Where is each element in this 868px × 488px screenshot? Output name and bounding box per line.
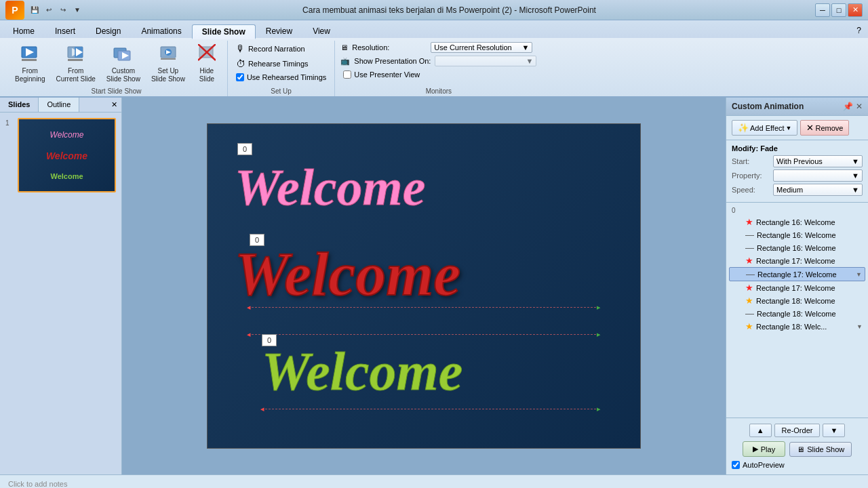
- presenter-view-btn[interactable]: Use Presenter View: [340, 69, 536, 80]
- anim-text-1: Rectangle 16: Welcome: [756, 218, 863, 226]
- slide-canvas[interactable]: 0 0 0 Welcome ◂ ▸ Welcome ◂ ▸ Welcome ◂ …: [207, 123, 641, 449]
- animation-panel-close[interactable]: ✕: [856, 102, 863, 111]
- notes-area[interactable]: Click to add notes: [0, 474, 868, 488]
- animation-panel-pin[interactable]: 📌: [843, 102, 853, 111]
- speed-select[interactable]: Medium ▼: [773, 184, 863, 196]
- motion-arrow-left-3: ◂: [260, 405, 264, 413]
- presenter-view-checkbox[interactable]: [343, 70, 351, 79]
- setup-slideshow-label: Set Up Slide Show: [151, 67, 185, 83]
- use-rehearsed-btn[interactable]: Use Rehearsed Timings: [233, 72, 329, 83]
- add-effect-btn[interactable]: ✨ Add Effect ▼: [732, 120, 797, 136]
- resolution-dropdown-arrow: ▼: [521, 43, 529, 52]
- anim-item-3[interactable]: — Rectangle 16: Welcome: [729, 241, 865, 254]
- anim-item-8[interactable]: — Rectangle 18: Welcome: [729, 307, 865, 320]
- slides-panel-close[interactable]: ✕: [107, 98, 121, 112]
- anim-text-4: Rectangle 17: Welcome: [756, 257, 863, 265]
- rehearse-timings-label: Rehearse Timings: [248, 60, 309, 68]
- tab-insert[interactable]: Insert: [45, 23, 85, 38]
- animation-footer: ▲ Re-Order ▼ ▶ Play 🖥 Slide Show: [726, 418, 868, 474]
- minimize-button[interactable]: ─: [815, 3, 830, 17]
- anim-item-2[interactable]: — Rectangle 16: Welcome: [729, 228, 865, 241]
- undo-quick-btn[interactable]: ↩: [43, 4, 55, 16]
- start-dropdown-arrow: ▼: [852, 157, 859, 165]
- play-icon: ▶: [753, 445, 758, 453]
- hide-slide-btn[interactable]: Hide Slide: [192, 42, 222, 85]
- welcome-text-3: Welcome: [262, 341, 462, 403]
- property-select[interactable]: ▼: [773, 169, 863, 182]
- property-row: Property: ▼: [732, 169, 863, 182]
- tab-outline[interactable]: Outline: [39, 98, 79, 112]
- tab-view[interactable]: View: [302, 23, 340, 38]
- slideshow-btn[interactable]: 🖥 Slide Show: [789, 442, 852, 457]
- record-narration-btn[interactable]: 🎙 Record Narration: [233, 42, 329, 56]
- tab-review[interactable]: Review: [256, 23, 302, 38]
- anim-text-7: Rectangle 18: Welcome: [756, 297, 863, 305]
- monitors-items: 🖥 Resolution: Use Current Resolution ▼ 📺…: [340, 42, 536, 89]
- resolution-value: Use Current Resolution: [434, 43, 511, 52]
- slides-panel-tabs: Slides Outline ✕: [0, 98, 121, 113]
- svg-rect-2: [22, 59, 37, 61]
- rehearse-timings-btn[interactable]: ⏱ Rehearse Timings: [233, 57, 329, 70]
- anim-item-5[interactable]: — Rectangle 17: Welcome ▼: [729, 267, 865, 281]
- slide-preview-text1: Welcome: [50, 130, 84, 140]
- slide-preview-text2: Welcome: [46, 150, 87, 161]
- welcome-text-1: Welcome: [235, 158, 425, 217]
- anim-item-4[interactable]: ★ Rectangle 17: Welcome: [729, 254, 865, 267]
- reorder-down-icon: ▼: [830, 426, 837, 434]
- reorder-up-icon: ▲: [757, 426, 764, 434]
- help-button[interactable]: ?: [852, 23, 865, 38]
- quick-access-toolbar: 💾 ↩ ↪ ▼: [28, 4, 83, 16]
- start-select[interactable]: With Previous ▼: [773, 155, 863, 167]
- anim-item-1[interactable]: ★ Rectangle 16: Welcome: [729, 216, 865, 228]
- play-btn[interactable]: ▶ Play: [743, 441, 785, 457]
- hide-slide-label: Hide Slide: [199, 67, 214, 83]
- maximize-button[interactable]: □: [831, 3, 846, 17]
- close-button[interactable]: ✕: [848, 3, 863, 17]
- tab-animations[interactable]: Animations: [131, 23, 191, 38]
- tab-slides[interactable]: Slides: [0, 98, 39, 112]
- tab-slideshow[interactable]: Slide Show: [192, 24, 256, 39]
- main-area: Slides Outline ✕ 1 Welcome Welcome Welco…: [0, 98, 868, 474]
- reorder-label-btn[interactable]: Re-Order: [774, 424, 821, 437]
- office-logo: P: [5, 1, 24, 20]
- tab-design[interactable]: Design: [85, 23, 131, 38]
- autopreview-checkbox[interactable]: [732, 461, 740, 469]
- from-current-label: From Current Slide: [56, 67, 95, 83]
- remove-effect-btn[interactable]: ✕ Remove: [800, 120, 849, 136]
- resolution-select[interactable]: Use Current Resolution ▼: [431, 42, 532, 53]
- animation-panel-header: Custom Animation 📌 ✕: [726, 98, 868, 116]
- anim-text-9: Rectangle 18: Welc...: [756, 323, 854, 331]
- rehearse-timings-icon: ⏱: [236, 58, 245, 69]
- resolution-label: Resolution:: [352, 43, 427, 52]
- motion-line-3: [262, 409, 599, 410]
- presenter-view-label: Use Presenter View: [354, 70, 420, 79]
- anim-item-9-dropdown[interactable]: ▼: [856, 323, 863, 330]
- motion-arrow-left-2: ◂: [247, 330, 251, 339]
- slide-num-1: 1: [5, 118, 15, 127]
- from-current-btn[interactable]: From Current Slide: [52, 42, 99, 85]
- speed-row: Speed: Medium ▼: [732, 184, 863, 196]
- anim-item-7[interactable]: ★ Rectangle 18: Welcome: [729, 294, 865, 307]
- use-rehearsed-checkbox[interactable]: [236, 73, 244, 81]
- start-slideshow-label: Start Slide Show: [5, 87, 227, 95]
- tab-home[interactable]: Home: [3, 23, 45, 38]
- anim-item-6[interactable]: ★ Rectangle 17: Welcome: [729, 281, 865, 294]
- custom-slideshow-btn[interactable]: Custom Slide Show: [102, 42, 144, 85]
- anim-icon-7: ★: [745, 296, 753, 306]
- reorder-up-btn[interactable]: ▲: [749, 424, 772, 437]
- redo-quick-btn[interactable]: ↪: [57, 4, 69, 16]
- save-quick-btn[interactable]: 💾: [28, 4, 41, 16]
- show-on-select[interactable]: ▼: [435, 56, 536, 66]
- setup-slideshow-btn[interactable]: Set Up Slide Show: [147, 42, 189, 85]
- anim-item-9[interactable]: ★ Rectangle 18: Welc... ▼: [729, 320, 865, 333]
- from-beginning-btn[interactable]: From Beginning: [11, 42, 49, 85]
- reorder-down-btn[interactable]: ▼: [823, 424, 845, 437]
- quickaccess-dropdown[interactable]: ▼: [71, 4, 83, 16]
- anim-icon-9: ★: [745, 321, 753, 331]
- anim-icon-5: —: [746, 269, 755, 279]
- anim-item-5-dropdown[interactable]: ▼: [856, 271, 862, 278]
- anim-icon-6: ★: [745, 283, 753, 293]
- anim-text-5: Rectangle 17: Welcome: [757, 270, 853, 279]
- slide-thumb-1[interactable]: 1 Welcome Welcome Welcome: [5, 118, 116, 192]
- start-row: Start: With Previous ▼: [732, 155, 863, 167]
